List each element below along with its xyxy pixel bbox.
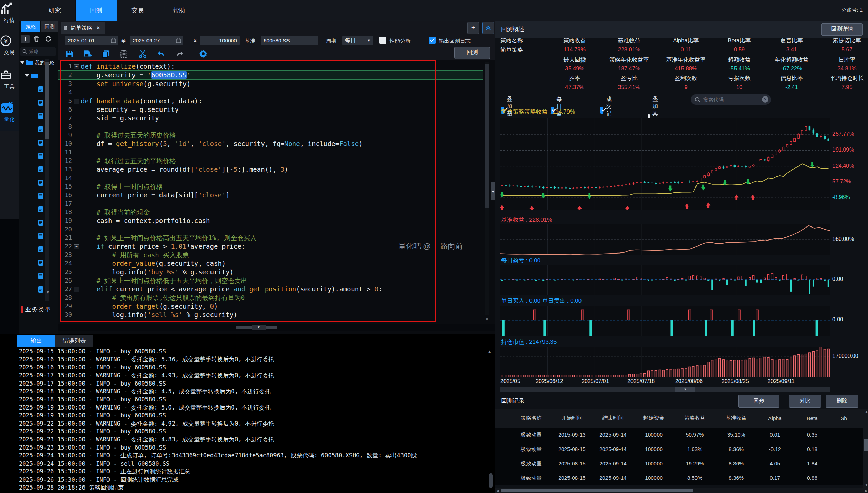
scroll-down-arrow-icon[interactable]: ▼ — [46, 290, 50, 294]
chart-plot-trades[interactable] — [500, 306, 830, 336]
tree-file-item[interactable] — [38, 272, 43, 281]
tree-file-item[interactable] — [38, 218, 43, 227]
editor-vertical-scrollbar[interactable] — [485, 62, 489, 315]
code-line[interactable]: 17 — [58, 199, 483, 208]
tab-output[interactable]: 输出 — [17, 335, 55, 347]
code-line[interactable]: 20 — [58, 225, 483, 234]
tree-file-item[interactable] — [38, 192, 43, 200]
file-tree-scrollbar[interactable] — [45, 59, 49, 301]
business-type-section[interactable]: 业务类型 — [21, 306, 51, 313]
tree-file-item[interactable] — [38, 125, 43, 134]
code-line[interactable]: 5−def handle_data(context, data): — [58, 97, 483, 105]
code-line[interactable]: 2 g.security = '600580.SS' — [58, 70, 483, 80]
code-line[interactable]: 23 # 用所有 cash 买入股票 — [58, 251, 483, 259]
tab-strategy[interactable]: 策略 — [21, 21, 40, 32]
strategy-search-box[interactable]: 策略 — [20, 47, 56, 56]
tree-file-item[interactable] — [38, 98, 43, 107]
editor-horizontal-scrollbar[interactable]: ▼ — [58, 324, 495, 331]
record-row[interactable]: 极致动量2015-09-132025-09-1410000050.97%35.1… — [495, 428, 863, 442]
tab-backtest-list[interactable]: 回测 — [41, 21, 58, 32]
code-line[interactable]: 18 # 取得当前的现金 — [58, 208, 483, 217]
output-log-checkbox[interactable] — [429, 37, 436, 44]
records-button-删除[interactable]: 删除 — [826, 395, 858, 408]
code-line[interactable]: 6 security = g.security — [58, 105, 483, 114]
run-backtest-button[interactable]: 回测 — [454, 47, 490, 59]
log-scroll-up-icon[interactable]: ▲ — [487, 349, 492, 354]
tree-file-item[interactable] — [38, 232, 43, 241]
settings-gear-icon[interactable] — [199, 49, 208, 59]
scroll-up-arrow-icon[interactable]: ▲ — [865, 410, 868, 414]
chart-scrollbar[interactable]: ▼ — [500, 387, 830, 392]
menu-tab-回测[interactable]: 回测 — [76, 0, 117, 21]
tree-file-item[interactable] — [38, 205, 43, 214]
code-line[interactable]: 13 average_price = round(df['close'][-5:… — [58, 165, 483, 174]
tree-file-item[interactable] — [38, 178, 43, 187]
close-tab-icon[interactable]: × — [97, 25, 100, 31]
code-line[interactable]: 11 — [58, 148, 483, 157]
code-editor[interactable]: 1−def initialize(context):2 g.security =… — [58, 62, 483, 322]
rail-item-market[interactable]: 行情 — [0, 17, 19, 24]
save-as-icon[interactable] — [83, 50, 92, 59]
code-line[interactable]: 12 # 取得过去五天的平均价格 — [58, 157, 483, 165]
code-search-box[interactable]: 搜索代码 × — [691, 94, 771, 105]
chart-plot-strategy[interactable] — [500, 118, 830, 210]
capital-input[interactable]: 100000 — [200, 36, 240, 45]
rail-item-tools[interactable]: 工具 — [0, 83, 19, 90]
quant-wave-icon[interactable] — [0, 102, 19, 114]
cut-icon[interactable] — [138, 50, 147, 59]
tree-file-item[interactable] — [38, 165, 43, 174]
file-tree-scroll-thumb[interactable] — [45, 62, 49, 139]
checked-checkbox[interactable] — [600, 107, 603, 114]
period-select[interactable]: 每日 ▼ — [342, 36, 373, 45]
tools-briefcase-icon[interactable] — [0, 69, 19, 81]
tree-file-item[interactable] — [38, 152, 43, 160]
code-line[interactable]: 10 df = get_history(5, '1d', 'close', se… — [58, 140, 483, 148]
record-row[interactable]: 极致动量2025-08-152025-09-141000008.50%8.36%… — [495, 471, 863, 485]
records-horizontal-scrollbar[interactable]: ◀ ▶ — [495, 488, 868, 493]
code-line[interactable]: 14 — [58, 174, 483, 182]
menu-tab-帮助[interactable]: 帮助 — [158, 0, 200, 21]
scroll-left-arrow-icon[interactable]: ◀ — [496, 489, 499, 493]
menu-tab-研究[interactable]: 研究 — [34, 0, 76, 21]
tree-file-item[interactable] — [38, 85, 43, 94]
tree-file-item[interactable] — [38, 245, 43, 254]
code-line[interactable]: 24 order_value(g.security, cash) — [58, 259, 483, 268]
editor-scroll-down-icon[interactable]: ▼ — [485, 317, 489, 322]
code-line[interactable]: 29 order_target(g.security, 0) — [58, 302, 483, 311]
scroll-right-arrow-icon[interactable]: ▶ — [865, 489, 868, 493]
code-line[interactable]: 26 # 如果上一时间点价格低于五天平均价，则空仓卖出 — [58, 276, 483, 285]
code-line[interactable]: 16 current_price = data[sid]['close'] — [58, 191, 483, 199]
clear-search-icon[interactable]: × — [762, 96, 768, 103]
code-line[interactable]: 3 set_universe(g.security) — [58, 80, 483, 88]
tree-file-item[interactable] — [38, 112, 43, 120]
add-backtest-tab-button[interactable]: + — [467, 22, 479, 34]
log-scroll-thumb[interactable] — [489, 473, 493, 488]
code-line[interactable]: 1−def initialize(context): — [58, 62, 483, 71]
chart-plot-benchmark[interactable] — [500, 224, 830, 255]
delete-strategy-icon[interactable] — [33, 35, 40, 43]
end-date-input[interactable]: 2025-09-27 — [130, 36, 183, 45]
code-line[interactable]: 4 — [58, 88, 483, 97]
tree-file-item[interactable] — [38, 285, 43, 294]
trade-yen-icon[interactable]: ¥ — [0, 35, 19, 47]
code-line[interactable]: 15 # 取得上一时间点价格 — [58, 182, 483, 191]
redo-icon[interactable] — [175, 50, 184, 59]
rail-item-quant[interactable]: 量化 — [0, 116, 19, 123]
editor-tab-simple-strategy[interactable]: 简单策略 × — [61, 22, 105, 34]
undo-icon[interactable] — [157, 50, 166, 59]
refresh-icon[interactable] — [44, 35, 52, 43]
backtest-detail-button[interactable]: 回测详情 — [821, 23, 863, 36]
records-hscroll-thumb[interactable] — [501, 489, 693, 492]
record-row[interactable]: 极致动量2025-08-152025-09-1410000019.29%8.36… — [495, 456, 863, 471]
benchmark-input[interactable]: 600580.SS — [261, 36, 318, 45]
code-line[interactable]: 27− elif current_price < average_price a… — [58, 285, 483, 294]
menu-tab-交易[interactable]: 交易 — [117, 0, 158, 21]
code-line[interactable]: 19 cash = context.portfolio.cash — [58, 217, 483, 225]
tab-error-list[interactable]: 错误列表 — [55, 335, 93, 347]
editor-hscroll-down-button[interactable]: ▼ — [252, 325, 266, 330]
performance-analysis-checkbox[interactable] — [379, 37, 386, 44]
chart-plot-holdings[interactable] — [500, 347, 830, 377]
code-line[interactable]: 7 sid = g.security — [58, 114, 483, 122]
save-icon[interactable] — [65, 50, 74, 59]
records-button-同步[interactable]: 同步 — [738, 395, 779, 408]
